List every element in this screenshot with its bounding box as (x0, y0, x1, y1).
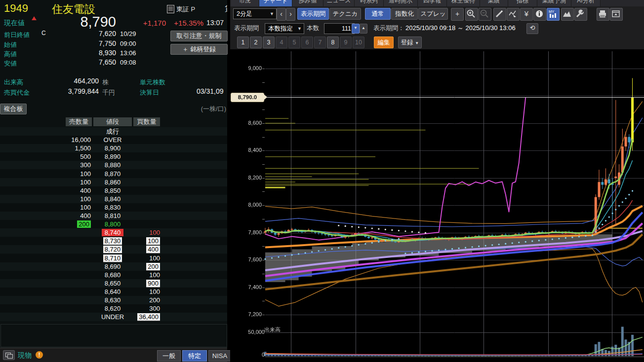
period-mode-dropdown[interactable]: 本数指定▼ (265, 23, 304, 34)
order-book-row[interactable]: 1,5008,900 (0, 144, 227, 152)
order-book-row[interactable]: 8,740100 (0, 228, 227, 237)
order-book-row[interactable]: 8,720400 (0, 245, 227, 253)
price-cell[interactable]: 8,900 (93, 144, 132, 152)
count-up-spinner[interactable]: ▲ (360, 24, 367, 34)
preset-button-6[interactable]: 6 (301, 36, 313, 48)
chart-tab-歩み値[interactable]: 歩み値 (292, 0, 323, 6)
buy-qty-cell[interactable]: 100 (119, 228, 160, 237)
sell-qty-cell[interactable]: 400 (30, 186, 91, 195)
order-book-row[interactable]: 8,650900 (0, 279, 227, 288)
buy-qty-cell[interactable]: 100 (119, 237, 160, 245)
price-cell[interactable]: 8,850 (93, 186, 132, 195)
price-cell[interactable]: 8,870 (93, 170, 132, 178)
order-book-row[interactable]: 16,000OVER (0, 136, 227, 144)
sell-qty-cell[interactable]: 16,000 (30, 136, 91, 144)
preset-button-4[interactable]: 4 (276, 36, 287, 48)
price-cell[interactable]: 8,830 (93, 203, 132, 212)
sell-qty-cell[interactable]: 100 (30, 170, 91, 178)
buy-qty-cell[interactable]: 100 (119, 271, 160, 279)
order-book-row[interactable]: 8,630200 (0, 296, 227, 304)
my-chart-icon[interactable]: MY (547, 8, 560, 21)
sell-qty-cell[interactable]: 400 (30, 212, 91, 220)
sell-qty-cell[interactable]: 100 (30, 203, 91, 212)
price-cell[interactable]: 8,840 (93, 195, 132, 203)
price-cell[interactable]: 8,890 (93, 152, 132, 161)
normal-mode-button[interactable]: 通常 (365, 8, 391, 20)
price-cell[interactable]: OVER (93, 136, 132, 144)
buy-qty-cell[interactable]: 200 (119, 296, 160, 304)
chart-tab-業績[interactable]: 業績 (480, 0, 508, 6)
chart-tab-時系列[interactable]: 時系列 (355, 0, 384, 6)
sell-qty-cell[interactable]: 300 (30, 161, 91, 169)
crosshair-icon[interactable]: + (451, 8, 464, 21)
order-book-row[interactable]: 8,640100 (0, 288, 227, 296)
register-stock-button[interactable]: ＋ 銘柄登録 (170, 44, 228, 55)
preset-button-8[interactable]: 8 (327, 36, 339, 48)
price-cell[interactable]: 8,860 (93, 178, 132, 186)
document-icon[interactable] (167, 5, 174, 13)
preset-button-5[interactable]: 5 (288, 36, 300, 48)
mountain-chart-icon[interactable] (561, 8, 574, 21)
price-cell[interactable]: 8,880 (93, 161, 132, 169)
order-book-row[interactable]: 8,680100 (0, 271, 227, 279)
prev-button[interactable]: ‹ (277, 8, 286, 21)
draw-pencil-icon[interactable] (493, 8, 506, 21)
buy-qty-cell[interactable]: 900 (119, 279, 160, 288)
order-book-row[interactable]: 8,730100 (0, 237, 227, 245)
settings-wrench-icon[interactable] (574, 8, 587, 21)
reset-range-icon[interactable]: ⟲ (526, 23, 538, 34)
sell-qty-cell[interactable]: 500 (30, 152, 91, 161)
chart-tab-ニュース[interactable]: ニュース (323, 0, 355, 6)
order-book-row[interactable]: 5008,890 (0, 152, 227, 161)
buy-qty-cell[interactable]: 100 (119, 254, 160, 262)
info-icon[interactable] (533, 8, 546, 21)
technical-button[interactable]: テクニカル (329, 8, 361, 20)
preset-button-7[interactable]: 7 (314, 36, 326, 48)
order-book-row[interactable]: 4008,850 (0, 186, 227, 195)
timeframe-dropdown[interactable]: 2分足▼ (233, 8, 277, 19)
buy-qty-cell[interactable]: 300 (119, 304, 160, 313)
count-down-spinner[interactable]: ▼ (352, 24, 360, 34)
spread-mode-button[interactable]: スプレッド (418, 8, 448, 20)
chart-tab-株主優待[interactable]: 株主優待 (447, 0, 480, 6)
next-button[interactable]: › (286, 8, 295, 21)
chart-tab-業績予測[interactable]: 業績予測 (537, 0, 571, 6)
sell-qty-cell[interactable]: 1,500 (30, 144, 91, 152)
price-cell[interactable]: 8,810 (93, 212, 132, 220)
zoom-out-icon[interactable] (479, 8, 491, 21)
edit-button[interactable]: 編集 (374, 36, 394, 48)
yen-scale-icon[interactable]: ¥ (520, 8, 533, 21)
register-dropdown-button[interactable]: 登録 ▼ (398, 36, 422, 48)
chart-tab-指標[interactable]: 指標 (508, 0, 537, 6)
order-book-row[interactable]: 8,710100 (0, 254, 227, 262)
trade-caution-button[interactable]: 取引注意・規制 (170, 31, 228, 41)
buy-qty-cell[interactable]: 400 (119, 245, 160, 253)
order-book-row[interactable]: 3008,880 (0, 161, 227, 169)
order-book-row[interactable]: 8,620300 (0, 304, 227, 313)
buy-qty-cell[interactable]: 36,400 (119, 313, 160, 321)
order-book-row[interactable]: 4008,810 (0, 212, 227, 220)
account-tab-一般[interactable]: 一般 (157, 350, 181, 362)
sell-qty-cell[interactable]: 100 (30, 195, 91, 203)
buy-qty-cell[interactable]: 200 (119, 262, 160, 271)
order-book-row[interactable]: UNDER36,400 (0, 313, 227, 321)
preset-button-2[interactable]: 2 (250, 36, 262, 48)
order-book-row[interactable]: 2008,800 (0, 220, 227, 228)
sell-qty-cell[interactable]: 100 (30, 178, 91, 186)
price-cell[interactable]: 8,800 (93, 220, 132, 228)
chart-tab-市況[interactable]: 市況 (231, 0, 259, 6)
preset-button-10[interactable]: 10 (353, 36, 364, 48)
chart-tab-チャート[interactable]: チャート (259, 0, 292, 6)
order-book-row[interactable]: 1008,860 (0, 178, 227, 186)
preset-button-3[interactable]: 3 (263, 36, 275, 48)
order-book-row[interactable]: 1008,870 (0, 170, 227, 178)
sell-qty-cell[interactable]: 200 (30, 220, 91, 228)
composite-board-button[interactable]: 複合板 (0, 104, 27, 114)
indexed-mode-button[interactable]: 指数化 (391, 8, 418, 20)
print-icon[interactable] (597, 8, 609, 21)
order-book-row[interactable]: 1008,840 (0, 195, 227, 203)
preset-button-1[interactable]: 1 (237, 36, 249, 48)
display-period-button[interactable]: 表示期間 (297, 8, 329, 20)
chart-tab-適時開示[interactable]: 適時開示 (384, 0, 418, 6)
price-chart-canvas[interactable] (230, 49, 644, 362)
